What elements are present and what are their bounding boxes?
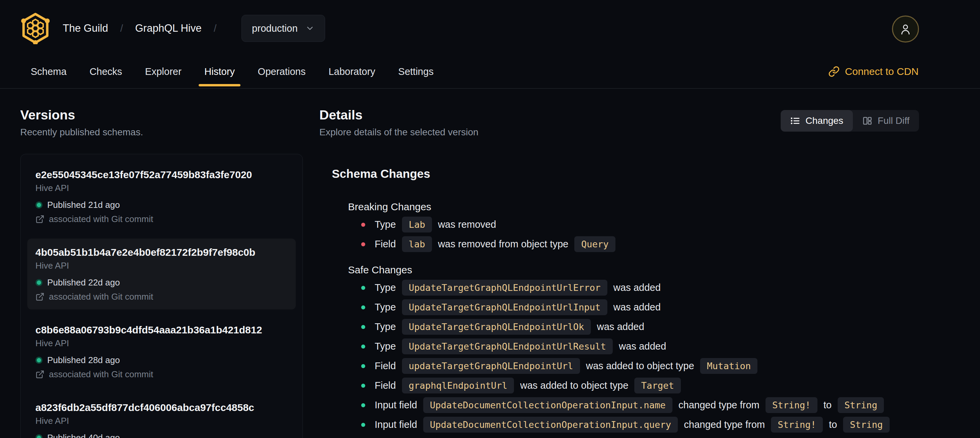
breadcrumb: The Guild / GraphQL Hive / xyxy=(63,22,229,34)
target-selector-value: production xyxy=(252,23,298,34)
published-status-dot xyxy=(35,357,43,364)
published-status-dot xyxy=(35,434,43,438)
git-commit-link[interactable]: associated with Git commit xyxy=(35,370,288,379)
safe-bullet-icon xyxy=(361,423,365,427)
version-published-row: Published 22d ago xyxy=(35,278,288,287)
breaking-bullet-icon xyxy=(361,223,365,227)
change-text: to xyxy=(829,419,837,430)
details-title: Details xyxy=(319,107,479,123)
code-chip: UpdateTargetGraphQLEndpointUrlInput xyxy=(402,299,607,315)
code-chip: Mutation xyxy=(700,358,757,374)
nav-tabs: Schema Checks Explorer History xyxy=(25,55,439,88)
change-text: Field xyxy=(375,360,396,371)
versions-list: e2e55045345ce13fe07f52a77459b83fa3fe7020… xyxy=(20,154,303,438)
change-text: was added xyxy=(613,302,661,313)
breadcrumb-project[interactable]: GraphQL Hive xyxy=(135,22,202,34)
git-commit-link[interactable]: associated with Git commit xyxy=(35,214,288,224)
user-icon xyxy=(899,22,912,36)
version-service-name: Hive API xyxy=(35,183,288,193)
main-nav: Schema Checks Explorer History xyxy=(25,55,919,88)
chevron-down-icon xyxy=(305,24,315,33)
nav-tab[interactable]: Operations xyxy=(252,55,311,88)
details-subtitle: Explore details of the selected version xyxy=(319,126,479,139)
git-commit-label: associated with Git commit xyxy=(49,292,153,301)
change-text: Input field xyxy=(375,419,417,430)
version-list-item[interactable]: 4b05ab51b1b4a7e2e4b0ef82172f2b9f7ef98c0b… xyxy=(27,239,296,309)
nav-tab-label: Laboratory xyxy=(328,66,375,77)
nav-tab[interactable]: Laboratory xyxy=(323,55,381,88)
published-status-dot xyxy=(35,279,43,286)
safe-change-row: TypeUpdateTargetGraphQLEndpointUrlOkwas … xyxy=(361,319,919,335)
breaking-change-row: Fieldlabwas removed from object typeQuer… xyxy=(361,236,919,252)
full-diff-view-button[interactable]: Full Diff xyxy=(853,110,919,132)
app-header: The Guild / GraphQL Hive / production xyxy=(0,0,980,89)
code-chip: graphqlEndpointUrl xyxy=(402,377,514,393)
change-text: was added xyxy=(597,321,644,332)
nav-tab-label: History xyxy=(204,66,235,77)
user-avatar-button[interactable] xyxy=(892,16,919,43)
nav-tab[interactable]: Settings xyxy=(393,55,439,88)
published-label: Published 40d ago xyxy=(47,433,120,438)
version-list-item[interactable]: e2e55045345ce13fe07f52a77459b83fa3fe7020… xyxy=(27,161,296,232)
safe-change-row: Input fieldUpdateDocumentCollectionOpera… xyxy=(361,397,919,413)
change-text: was removed xyxy=(438,219,496,230)
change-text: Type xyxy=(375,219,396,230)
published-label: Published 21d ago xyxy=(47,200,120,210)
version-published-row: Published 40d ago xyxy=(35,433,288,438)
code-chip: Target xyxy=(634,377,681,393)
change-text: was added to object type xyxy=(586,360,694,371)
change-text: was added to object type xyxy=(520,380,628,391)
change-text: Type xyxy=(375,302,396,313)
nav-tab-label: Explorer xyxy=(145,66,181,77)
version-list-item[interactable]: a823f6db2a55df877dcf406006abca97fcc4858c… xyxy=(27,394,296,438)
full-diff-view-label: Full Diff xyxy=(878,115,910,126)
connect-to-cdn-button[interactable]: Connect to CDN xyxy=(828,55,919,88)
nav-tab[interactable]: History xyxy=(199,55,240,88)
breaking-bullet-icon xyxy=(361,242,365,246)
published-label: Published 28d ago xyxy=(47,355,120,365)
nav-tab-label: Settings xyxy=(398,66,434,77)
schema-changes-block: Schema Changes Breaking Changes TypeLabw… xyxy=(332,167,919,433)
safe-bullet-icon xyxy=(361,384,365,388)
git-commit-link[interactable]: associated with Git commit xyxy=(35,292,288,301)
link-icon xyxy=(828,66,840,77)
external-link-icon xyxy=(35,215,45,224)
external-link-icon xyxy=(35,292,45,301)
change-text: Input field xyxy=(375,400,417,411)
code-chip: UpdateTargetGraphQLEndpointUrlResult xyxy=(402,338,613,354)
graphql-hive-app: The Guild / GraphQL Hive / production xyxy=(0,0,980,438)
code-chip: Query xyxy=(574,236,615,252)
hive-logo-icon[interactable] xyxy=(20,13,51,44)
code-chip: lab xyxy=(402,236,432,252)
nav-tab[interactable]: Checks xyxy=(84,55,128,88)
connect-to-cdn-label: Connect to CDN xyxy=(845,66,919,77)
nav-tab[interactable]: Explorer xyxy=(139,55,187,88)
code-chip: updateTargetGraphQLEndpointUrl xyxy=(402,358,580,374)
version-service-name: Hive API xyxy=(35,261,288,270)
code-chip: String xyxy=(843,417,889,433)
published-status-dot xyxy=(35,201,43,209)
breaking-changes-section: Breaking Changes TypeLabwas removed Fiel… xyxy=(348,201,919,252)
external-link-icon xyxy=(35,370,45,379)
safe-change-row: FieldgraphqlEndpointUrlwas added to obje… xyxy=(361,377,919,393)
code-chip: UpdateDocumentCollectionOperationInput.n… xyxy=(423,397,673,413)
safe-changes-list: TypeUpdateTargetGraphQLEndpointUrlErrorw… xyxy=(361,280,919,433)
nav-tab-label: Operations xyxy=(258,66,305,77)
version-list-item[interactable]: c8b6e88a06793b9c4dfd54aaa21b36a1b421d812… xyxy=(27,316,296,387)
breadcrumb-separator: / xyxy=(120,22,123,34)
code-chip: String! xyxy=(765,397,818,413)
breadcrumb-org[interactable]: The Guild xyxy=(63,22,108,34)
details-panel: Details Explore details of the selected … xyxy=(319,107,919,436)
changes-view-button[interactable]: Changes xyxy=(781,110,853,132)
version-published-row: Published 28d ago xyxy=(35,355,288,365)
version-published-row: Published 21d ago xyxy=(35,200,288,210)
version-service-name: Hive API xyxy=(35,338,288,348)
target-selector[interactable]: production xyxy=(242,15,325,42)
code-chip: String xyxy=(838,397,884,413)
breadcrumb-separator: / xyxy=(214,22,216,34)
nav-tab-label: Checks xyxy=(89,66,122,77)
version-hash: 4b05ab51b1b4a7e2e4b0ef82172f2b9f7ef98c0b xyxy=(35,247,288,258)
code-chip: UpdateTargetGraphQLEndpointUrlOk xyxy=(402,319,591,335)
nav-tab-label: Schema xyxy=(31,66,67,77)
nav-tab[interactable]: Schema xyxy=(25,55,72,88)
